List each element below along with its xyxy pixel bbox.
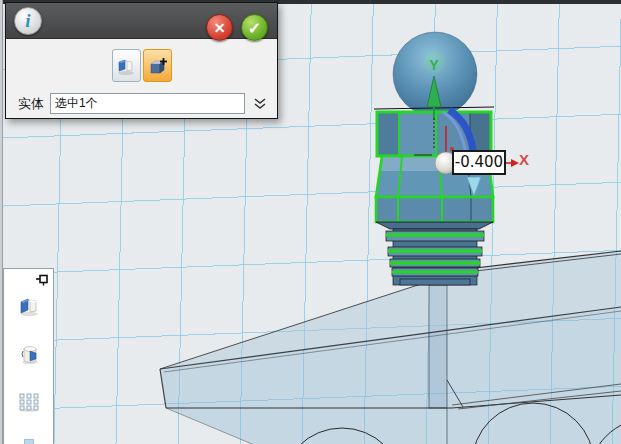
toolbar-partial-icon[interactable] xyxy=(24,439,34,444)
revolve-icon xyxy=(17,342,41,366)
axis-y-label: Y xyxy=(429,57,439,73)
base-plate[interactable] xyxy=(160,251,621,444)
extrude-tool-button[interactable] xyxy=(16,293,42,319)
confirm-button[interactable]: ✓ xyxy=(241,14,268,41)
toolbar-buttons xyxy=(4,293,53,415)
boolean-base-icon xyxy=(116,56,136,76)
extrude-icon xyxy=(17,294,41,318)
axis-x-label: X xyxy=(519,151,529,168)
boolean-base-button[interactable] xyxy=(112,49,141,82)
pattern-icon xyxy=(17,390,41,414)
double-chevron-down-icon xyxy=(253,97,267,111)
boolean-add-icon xyxy=(147,56,168,76)
feature-options-dialog: i ✕ ✓ xyxy=(5,2,278,119)
info-icon[interactable]: i xyxy=(14,7,42,35)
boolean-add-button[interactable] xyxy=(143,49,172,82)
entity-label: 实体 xyxy=(18,95,44,113)
application-window: Y -0.400 X i ✕ ✓ xyxy=(0,0,621,444)
dialog-titlebar[interactable]: i ✕ ✓ xyxy=(6,3,277,39)
entity-selection-input[interactable] xyxy=(50,93,245,114)
dimension-value-box[interactable]: -0.400 xyxy=(452,150,506,175)
axis-x-arrow-handle[interactable] xyxy=(505,159,519,167)
revolve-tool-button[interactable] xyxy=(16,341,42,367)
pattern-tool-button[interactable] xyxy=(16,389,42,415)
entity-row: 实体 xyxy=(6,93,277,114)
pin-icon[interactable] xyxy=(35,273,49,287)
boolean-mode-row xyxy=(6,39,277,82)
expand-options-button[interactable] xyxy=(251,96,269,112)
feature-toolbar xyxy=(3,268,54,444)
valve-threads-selected[interactable] xyxy=(386,229,484,285)
cancel-button[interactable]: ✕ xyxy=(206,14,233,41)
